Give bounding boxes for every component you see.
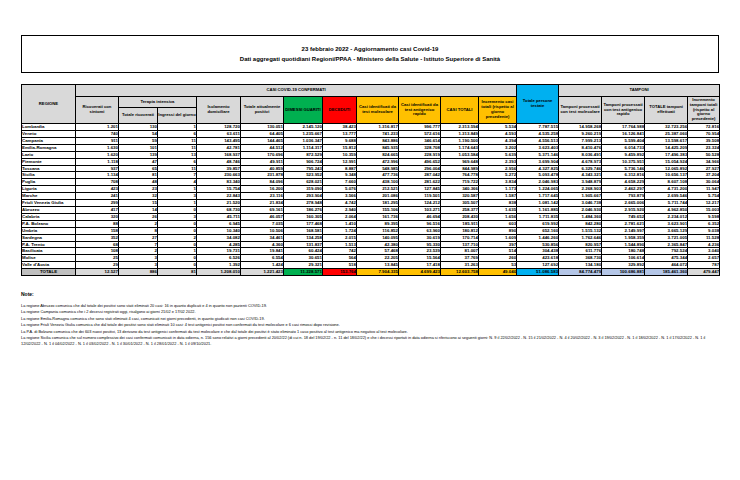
value-cell: 1.484.360: [559, 213, 602, 220]
region-cell: TOTALE: [22, 269, 76, 276]
value-cell: 231.878: [241, 172, 284, 179]
value-cell: 45.711: [197, 213, 241, 220]
region-cell: Lazio: [22, 151, 76, 158]
value-cell: 906.724: [284, 158, 323, 165]
value-cell: 472.996: [357, 158, 399, 165]
value-cell: 1.174.643: [441, 144, 479, 151]
value-cell: 9.348: [323, 172, 357, 179]
value-cell: 53: [479, 262, 517, 269]
value-cell: 72.816: [688, 124, 720, 131]
value-cell: 21.834: [241, 200, 284, 207]
value-cell: 144.465: [241, 137, 284, 144]
value-cell: 30.651: [284, 255, 323, 262]
col-header-deceduti: DECEDUTI: [323, 97, 357, 124]
value-cell: 15.003: [688, 207, 720, 214]
col-header-attualmente-positivi: Totale attualmente positivi: [241, 97, 284, 124]
table-row: Piemonte1.11847648.74649.911906.72412.99…: [22, 158, 720, 165]
value-cell: 340.366: [441, 186, 479, 193]
report-subtitle: Dati aggregati quotidiani Regioni/PPAA -…: [240, 56, 500, 62]
value-cell: 0: [158, 227, 197, 234]
group-header-casi-confermati: CASI COVID-19 CONFERMATI: [76, 85, 517, 97]
value-cell: 14.425.209: [645, 144, 688, 151]
col-header-incremento-tamponi: Incremento tamponi totali (rispetto al g…: [688, 97, 720, 124]
value-cell: 838: [479, 200, 517, 207]
value-cell: 212.521: [357, 186, 399, 193]
region-cell: Valle d'Aosta: [22, 262, 76, 269]
value-cell: 845.935: [357, 144, 399, 151]
value-cell: 742: [323, 248, 357, 255]
value-cell: 2.699.546: [645, 193, 688, 200]
col-header-casi-totali: CASI TOTALI: [441, 97, 479, 124]
table-row: Sardegna35227234.08234.461134.2582.01514…: [22, 234, 720, 241]
value-cell: 4.658.229: [602, 179, 645, 186]
notes-list: La regione Abruzzo comunica che dal tota…: [21, 303, 721, 346]
value-cell: 22.843: [197, 193, 241, 200]
value-cell: 42.380: [357, 241, 399, 248]
value-cell: 153.764: [323, 269, 357, 276]
value-cell: 177.468: [284, 220, 323, 227]
value-cell: 319.090: [284, 186, 323, 193]
value-cell: 477.736: [357, 172, 399, 179]
value-cell: 32.723.256: [645, 124, 688, 131]
value-cell: 1.630: [76, 144, 119, 151]
value-cell: 15.812: [323, 144, 357, 151]
value-cell: 397: [479, 241, 517, 248]
value-cell: 49.040: [479, 269, 517, 276]
value-cell: 417: [76, 207, 119, 214]
value-cell: 1.762.646: [559, 234, 602, 241]
value-cell: 0: [158, 220, 197, 227]
region-cell: Toscana: [22, 165, 76, 172]
value-cell: 12.065.892: [645, 165, 688, 172]
value-cell: 5.093.478: [517, 172, 559, 179]
value-cell: 328.708: [399, 144, 441, 151]
value-cell: 68.730: [197, 207, 241, 214]
value-cell: 57.468: [357, 248, 399, 255]
value-cell: 11.528: [688, 234, 720, 241]
value-cell: 6: [158, 158, 197, 165]
value-cell: 1.224.065: [517, 186, 559, 193]
covid-data-table: REGIONE CASI COVID-19 CONFERMATI Totale …: [21, 84, 720, 276]
value-cell: 22.205: [357, 255, 399, 262]
value-cell: 4.360: [241, 241, 284, 248]
value-cell: 2.365.847: [645, 241, 688, 248]
value-cell: 518: [323, 262, 357, 269]
col-header-tamponi-totale: TOTALE tamponi effettuati: [645, 97, 688, 124]
value-cell: 50.528: [688, 151, 720, 158]
value-cell: 3: [119, 262, 158, 269]
value-cell: 140.095: [357, 234, 399, 241]
value-cell: 0: [158, 262, 197, 269]
value-cell: 124.212: [399, 200, 441, 207]
value-cell: 1: [158, 248, 197, 255]
value-cell: 34.082: [197, 234, 241, 241]
table-row: Umbria1588010.34010.506168.5811.724116.8…: [22, 227, 720, 234]
value-cell: 320: [76, 213, 119, 220]
value-cell: 39.508: [688, 137, 720, 144]
value-cell: 793.879: [602, 193, 645, 200]
value-cell: 30.064: [688, 179, 720, 186]
value-cell: 1.410: [323, 220, 357, 227]
value-cell: 6.352: [688, 220, 720, 227]
value-cell: 29.321: [284, 262, 323, 269]
value-cell: 2.657: [688, 255, 720, 262]
value-cell: 2.046.983: [517, 179, 559, 186]
value-cell: 47: [119, 158, 158, 165]
value-cell: 2.149.997: [602, 227, 645, 234]
table-row: Sicilia1.134817230.663231.878523.9529.34…: [22, 172, 720, 179]
value-cell: 844.989: [441, 165, 479, 172]
value-cell: 17.496.383: [645, 151, 688, 158]
value-cell: 423.618: [517, 255, 559, 262]
value-cell: 1.081.142: [517, 200, 559, 207]
value-cell: 464.072: [645, 262, 688, 269]
value-cell: 170.714: [441, 234, 479, 241]
value-cell: 911: [76, 137, 119, 144]
value-cell: 611.776: [559, 248, 602, 255]
value-cell: 2.145.120: [284, 124, 323, 131]
table-row: Emilia-Romagna1.6301011142.78144.5121.11…: [22, 144, 720, 151]
value-cell: 872.529: [284, 151, 323, 158]
value-cell: 40.859: [241, 165, 284, 172]
value-cell: 996.777: [399, 124, 441, 131]
value-cell: 2.313.594: [441, 124, 479, 131]
region-cell: Liguria: [22, 186, 76, 193]
value-cell: 2.665.006: [602, 200, 645, 207]
value-cell: 161.736: [357, 213, 399, 220]
